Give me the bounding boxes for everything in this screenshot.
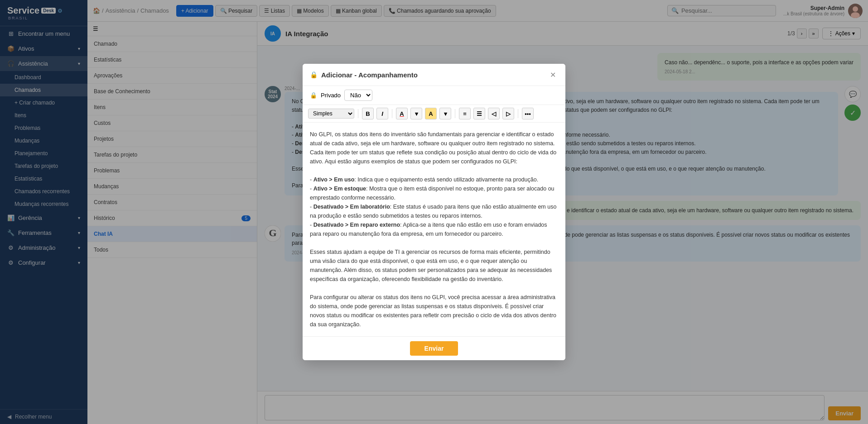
toolbar-divider-4 xyxy=(518,109,518,118)
more-options-button[interactable]: ••• xyxy=(522,108,534,119)
toolbar-divider-1 xyxy=(358,109,358,118)
modal-body-list: - Ativo > Em uso: Indica que o equipamen… xyxy=(310,175,558,238)
toolbar-divider-3 xyxy=(455,109,455,118)
font-color-button[interactable]: A xyxy=(396,108,408,119)
modal-send-button[interactable]: Enviar xyxy=(410,341,458,356)
privado-select[interactable]: Não Sim xyxy=(344,90,372,101)
toolbar-divider-2 xyxy=(392,109,392,118)
modal-title: Adicionar - Acompanhamento xyxy=(321,71,418,79)
modal-body-text: No GLPI, os status dos itens do inventár… xyxy=(310,130,558,166)
modal-privado-row: 🔒 Privado Não Sim xyxy=(303,86,565,105)
lock-icon-small: 🔒 xyxy=(310,92,317,99)
lock-icon: 🔒 xyxy=(310,71,318,78)
privado-label: Privado xyxy=(321,92,341,99)
indent-less-button[interactable]: ◁ xyxy=(488,108,500,119)
modal-body-p3: Para configurar ou alterar os status dos… xyxy=(310,293,558,329)
modal-toolbar: Simples Cabeçalho 1 B I A ▾ A ▾ ≡ ☰ ◁ ▷ … xyxy=(303,105,565,123)
bold-button[interactable]: B xyxy=(362,108,374,119)
paint-button[interactable]: A xyxy=(425,108,437,119)
modal-overlay[interactable]: 🔒 Adicionar - Acompanhamento ✕ 🔒 Privado… xyxy=(0,0,868,424)
bullet-list-button[interactable]: ≡ xyxy=(459,108,471,119)
modal-header: 🔒 Adicionar - Acompanhamento ✕ xyxy=(303,64,565,86)
modal-body-p2: Esses status ajudam a equipe de TI a ger… xyxy=(310,248,558,284)
numbered-list-button[interactable]: ☰ xyxy=(473,108,485,119)
highlight-button[interactable]: ▾ xyxy=(410,108,422,119)
modal-dialog: 🔒 Adicionar - Acompanhamento ✕ 🔒 Privado… xyxy=(303,64,565,360)
modal-close-button[interactable]: ✕ xyxy=(547,69,558,80)
style-select[interactable]: Simples Cabeçalho 1 xyxy=(308,109,354,119)
italic-button[interactable]: I xyxy=(376,108,388,119)
indent-more-button[interactable]: ▷ xyxy=(502,108,514,119)
modal-body: No GLPI, os status dos itens do inventár… xyxy=(303,123,565,336)
paint-arrow-button[interactable]: ▾ xyxy=(439,108,451,119)
modal-footer: Enviar xyxy=(303,336,565,360)
